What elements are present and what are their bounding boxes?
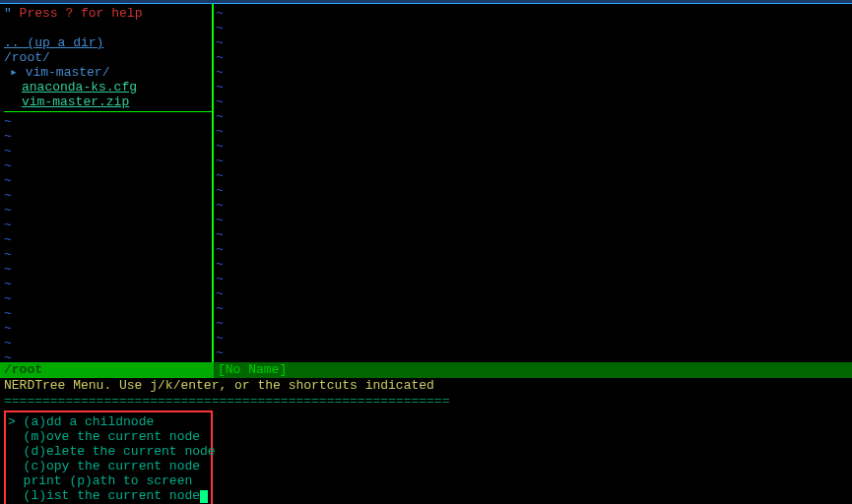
- empty-line-marker: ~: [4, 291, 212, 306]
- file-name: anaconda-ks.cfg: [22, 80, 137, 94]
- empty-line-marker: ~: [216, 242, 852, 257]
- empty-line-marker: ~: [4, 203, 212, 218]
- empty-line-marker: ~: [216, 286, 852, 301]
- blank-line: [4, 21, 212, 35]
- empty-line-marker: ~: [4, 321, 212, 336]
- empty-line-marker: ~: [216, 272, 852, 286]
- empty-line-marker: ~: [216, 301, 852, 316]
- empty-line-marker: ~: [4, 218, 212, 232]
- menu-hint: NERDTree Menu. Use j/k/enter, or the sho…: [0, 378, 852, 394]
- empty-line-marker: ~: [216, 94, 852, 109]
- nerdtree-tilde-area: ~ ~ ~ ~ ~ ~ ~ ~ ~ ~ ~ ~ ~ ~ ~ ~ ~: [4, 111, 212, 365]
- nerdtree-menu[interactable]: > (a)dd a childnode (m)ove the current n…: [4, 410, 213, 504]
- empty-line-marker: ~: [216, 80, 852, 94]
- empty-line-marker: ~: [4, 306, 212, 321]
- empty-line-marker: ~: [216, 65, 852, 80]
- menu-indent: [8, 444, 24, 459]
- empty-line-marker: ~: [216, 50, 852, 65]
- empty-line-marker: ~: [216, 331, 852, 346]
- empty-line-marker: ~: [216, 316, 852, 331]
- menu-selection-arrow-icon: >: [8, 414, 24, 429]
- status-right-buffer: [No Name]: [214, 362, 852, 378]
- help-line: " Press ? for help: [4, 6, 212, 21]
- tree-entry-file[interactable]: anaconda-ks.cfg: [4, 80, 212, 94]
- empty-line-marker: ~: [216, 198, 852, 213]
- empty-line-marker: ~: [216, 21, 852, 35]
- empty-line-marker: ~: [4, 129, 212, 144]
- menu-indent: [8, 429, 24, 444]
- menu-divider: ========================================…: [0, 394, 852, 409]
- menu-item-label: (d)elete the current node: [24, 444, 216, 459]
- menu-item-add[interactable]: > (a)dd a childnode: [8, 414, 209, 429]
- empty-line-marker: ~: [216, 6, 852, 21]
- empty-line-marker: ~: [4, 232, 212, 247]
- file-name: vim-master.zip: [22, 94, 129, 109]
- menu-indent: [8, 459, 24, 473]
- tree-entry-dir[interactable]: ▸ vim-master/: [4, 65, 212, 80]
- menu-indent: [8, 473, 24, 488]
- empty-line-marker: ~: [216, 109, 852, 124]
- menu-item-label: (l)ist the current node: [24, 488, 200, 503]
- cursor-block-icon: [200, 490, 208, 503]
- empty-line-marker: ~: [4, 173, 212, 188]
- menu-item-list[interactable]: (l)ist the current node: [8, 488, 209, 503]
- empty-line-marker: ~: [4, 350, 212, 365]
- menu-item-move[interactable]: (m)ove the current node: [8, 429, 209, 444]
- chevron-right-icon: ▸: [10, 65, 18, 80]
- menu-item-copy[interactable]: (c)opy the current node: [8, 459, 209, 473]
- nerdtree-pane[interactable]: " Press ? for help .. (up a dir) /root/ …: [0, 4, 212, 362]
- empty-line-marker: ~: [216, 35, 852, 50]
- menu-item-label: (m)ove the current node: [24, 429, 200, 444]
- empty-line-marker: ~: [216, 139, 852, 154]
- main-split: " Press ? for help .. (up a dir) /root/ …: [0, 4, 852, 362]
- empty-line-marker: ~: [4, 247, 212, 262]
- empty-line-marker: ~: [4, 262, 212, 277]
- help-text: Press ? for help: [20, 6, 143, 21]
- empty-line-marker: ~: [4, 188, 212, 203]
- menu-item-label: (a)dd a childnode: [24, 414, 155, 429]
- dir-name: vim-master/: [26, 65, 110, 80]
- empty-line-marker: ~: [4, 144, 212, 158]
- menu-item-print-path[interactable]: print (p)ath to screen: [8, 473, 209, 488]
- root-path[interactable]: /root/: [4, 50, 212, 65]
- updir-link[interactable]: .. (up a dir): [4, 35, 212, 50]
- menu-indent: [8, 488, 24, 503]
- empty-line-marker: ~: [216, 168, 852, 183]
- menu-item-delete[interactable]: (d)elete the current node: [8, 444, 209, 459]
- empty-line-marker: ~: [216, 124, 852, 139]
- empty-line-marker: ~: [216, 227, 852, 242]
- empty-line-marker: ~: [216, 183, 852, 198]
- empty-line-marker: ~: [216, 213, 852, 227]
- empty-line-marker: ~: [4, 277, 212, 291]
- empty-line-marker: ~: [216, 257, 852, 272]
- empty-line-marker: ~: [4, 336, 212, 350]
- menu-item-label: (c)opy the current node: [24, 459, 200, 473]
- empty-line-marker: ~: [4, 158, 212, 173]
- empty-line-marker: ~: [216, 154, 852, 168]
- editor-pane[interactable]: ~ ~ ~ ~ ~ ~ ~ ~ ~ ~ ~ ~ ~ ~ ~ ~ ~ ~ ~ ~ …: [214, 4, 852, 362]
- empty-line-marker: ~: [216, 346, 852, 360]
- quote-icon: ": [4, 6, 20, 21]
- tree-entry-file[interactable]: vim-master.zip: [4, 94, 212, 109]
- menu-item-label: print (p)ath to screen: [24, 473, 193, 488]
- empty-line-marker: ~: [4, 114, 212, 129]
